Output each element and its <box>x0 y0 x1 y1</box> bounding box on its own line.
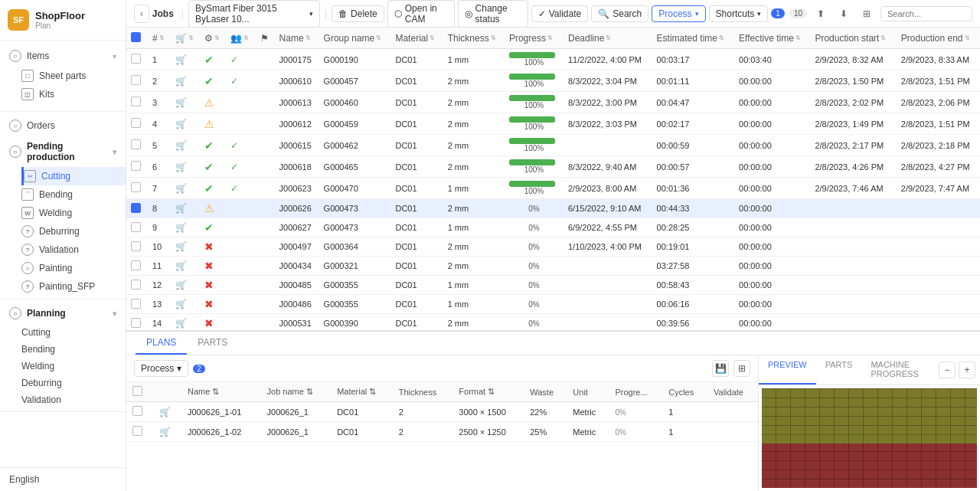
table-row[interactable]: 10 🛒 ✖ J000497 G000364 DC01 2 mm 0% 1/10… <box>126 237 980 257</box>
sidebar-item-painting[interactable]: ○ Painting <box>21 259 126 277</box>
row-checkbox[interactable] <box>131 161 141 171</box>
sidebar-item-painting-sfp[interactable]: ? Painting_SFP <box>21 277 126 296</box>
row-checkbox[interactable] <box>131 299 141 309</box>
shortcuts-button[interactable]: Shortcuts ▾ <box>709 5 769 22</box>
sidebar-item-welding2[interactable]: Welding <box>21 358 126 375</box>
zoom-in-btn[interactable]: + <box>959 362 975 378</box>
row-checkbox[interactable] <box>131 97 141 106</box>
bottom-table-row[interactable]: 🛒 J000626_1-01 J000626_1 DC01 2 3000 × 1… <box>126 402 758 422</box>
sidebar-item-deburring[interactable]: ? Deburring <box>21 222 126 241</box>
sidebar-item-bending2[interactable]: Bending <box>21 341 126 358</box>
delete-button[interactable]: 🗑 Delete <box>332 5 384 22</box>
upload-icon[interactable]: ⬆ <box>812 5 830 23</box>
search-input[interactable] <box>880 6 972 21</box>
open-cam-button[interactable]: ⬡ Open in CAM <box>387 0 455 28</box>
row-checkbox[interactable] <box>131 260 141 270</box>
bcell-checkbox[interactable] <box>126 422 153 442</box>
tab-parts[interactable]: PARTS <box>187 332 238 355</box>
table-row[interactable]: 13 🛒 ✖ J000486 G000355 DC01 1 mm 0% 00:0… <box>126 295 980 314</box>
th-checkbox[interactable] <box>126 28 148 49</box>
row-checkbox[interactable] <box>131 241 141 251</box>
cell-checkbox[interactable] <box>126 276 148 295</box>
cam-icon: ⬡ <box>394 8 402 19</box>
cell-checkbox[interactable] <box>126 295 148 314</box>
cell-checkbox[interactable] <box>126 199 148 218</box>
process-button[interactable]: Process ▾ <box>652 5 705 22</box>
sidebar-item-items[interactable]: ○ Items ▾ <box>0 45 126 67</box>
bottom-row-checkbox[interactable] <box>132 426 142 436</box>
bottom-row-checkbox[interactable] <box>132 406 142 416</box>
table-row[interactable]: 1 🛒 ✔ ✓ J000175 G000190 DC01 1 mm 100% 1… <box>126 49 980 70</box>
sidebar-item-bending[interactable]: ⌒ Bending <box>21 185 126 204</box>
table-row[interactable]: 5 🛒 ✔ ✓ J000615 G000462 DC01 2 mm 100% 0… <box>126 135 980 156</box>
cell-checkbox[interactable] <box>126 70 148 92</box>
cell-checkbox[interactable] <box>126 135 148 156</box>
row-checkbox[interactable] <box>131 54 141 64</box>
row-checkbox[interactable] <box>131 203 141 213</box>
sidebar-item-welding[interactable]: W Welding <box>21 204 126 222</box>
table-row[interactable]: 14 🛒 ✖ J000531 G000390 DC01 2 mm 0% 00:3… <box>126 314 980 331</box>
header-checkbox[interactable] <box>131 32 141 42</box>
sidebar-item-orders[interactable]: ○ Orders <box>0 115 126 136</box>
table-row[interactable]: 12 🛒 ✖ J000485 G000355 DC01 1 mm 0% 00:5… <box>126 276 980 295</box>
download-icon[interactable]: ⬇ <box>835 5 853 23</box>
search-button[interactable]: 🔍 Search <box>591 5 648 22</box>
table-row[interactable]: 8 🛒 ⚠ J000626 G000473 DC01 2 mm 0% 6/15/… <box>126 199 980 218</box>
bcell-checkbox[interactable] <box>126 402 153 422</box>
tab-parts-preview[interactable]: PARTS <box>816 355 862 385</box>
row-checkbox[interactable] <box>131 75 141 85</box>
machine-selector[interactable]: BySmart Fiber 3015 ByLaser 10... ▾ <box>188 0 320 28</box>
grid-view-btn[interactable]: ⊞ <box>733 360 750 377</box>
tab-machine-progress[interactable]: MACHINE PROGRESS <box>861 355 934 385</box>
sidebar-item-cutting[interactable]: ✂ Cutting <box>21 167 126 185</box>
jobs-table-container[interactable]: # ⇅ 🛒 ⇅ ⚙ ⇅ 👥 ⇅ ⚑ Name ⇅ Group name ⇅ Ma… <box>126 28 980 330</box>
change-status-button[interactable]: ◎ Change status <box>458 0 528 28</box>
sidebar-item-validation[interactable]: ? Validation <box>21 241 126 259</box>
cell-checkbox[interactable] <box>126 156 148 178</box>
sidebar-item-cutting2[interactable]: Cutting <box>21 324 126 341</box>
sidebar-item-kits[interactable]: ◫ Kits <box>21 85 126 103</box>
row-checkbox[interactable] <box>131 318 141 328</box>
validate-button[interactable]: ✓ Validate <box>531 5 588 22</box>
table-row[interactable]: 9 🛒 ✔ J000627 G000473 DC01 1 mm 0% 6/9/2… <box>126 218 980 237</box>
cell-checkbox[interactable] <box>126 92 148 113</box>
tab-preview[interactable]: PREVIEW <box>759 355 816 385</box>
table-row[interactable]: 2 🛒 ✔ ✓ J000610 G000457 DC01 2 mm 100% 8… <box>126 70 980 92</box>
cell-checkbox[interactable] <box>126 314 148 331</box>
sidebar-item-planning[interactable]: ○ Planning ▾ <box>0 303 126 324</box>
cell-checkbox[interactable] <box>126 237 148 257</box>
row-checkbox[interactable] <box>131 139 141 149</box>
back-button[interactable]: ‹ <box>134 5 149 23</box>
cell-checkbox[interactable] <box>126 49 148 70</box>
bottom-table-row[interactable]: 🛒 J000626_1-02 J000626_1 DC01 2 2500 × 1… <box>126 422 758 442</box>
cell-eff-time: 00:00:00 <box>734 70 810 92</box>
sidebar-item-pending-production[interactable]: ○ Pending production ▾ <box>0 136 126 167</box>
table-row[interactable]: 7 🛒 ✔ ✓ J000623 G000470 DC01 1 mm 100% 2… <box>126 178 980 199</box>
tab-plans[interactable]: PLANS <box>136 332 187 355</box>
zoom-out-btn[interactable]: − <box>939 362 956 378</box>
cell-checkbox[interactable] <box>126 218 148 237</box>
cell-thickness: 2 mm <box>443 314 505 331</box>
row-checkbox[interactable] <box>131 280 141 290</box>
sidebar-pending-sub: ✂ Cutting ⌒ Bending W Welding ? Deburrin… <box>0 167 126 296</box>
sidebar-item-language[interactable]: English <box>0 467 126 491</box>
row-checkbox[interactable] <box>131 118 141 128</box>
bottom-header-checkbox[interactable] <box>132 386 142 396</box>
table-row[interactable]: 4 🛒 ⚠ J000612 G000459 DC01 2 mm 100% 8/3… <box>126 113 980 135</box>
sidebar-item-validation2[interactable]: Validation <box>21 391 126 408</box>
row-checkbox[interactable] <box>131 222 141 232</box>
sidebar-item-sheet-parts[interactable]: □ Sheet parts <box>21 67 126 85</box>
cell-checkbox[interactable] <box>126 113 148 135</box>
table-row[interactable]: 3 🛒 ⚠ J000613 G000460 DC01 2 mm 100% 8/3… <box>126 92 980 113</box>
table-row[interactable]: 11 🛒 ✖ J000434 G000321 DC01 2 mm 0% 03:2… <box>126 257 980 276</box>
cell-checkbox[interactable] <box>126 178 148 199</box>
save-icon-btn[interactable]: 💾 <box>712 360 729 377</box>
cell-status: ✔ <box>200 178 226 199</box>
table-row[interactable]: 6 🛒 ✔ ✓ J000618 G000465 DC01 2 mm 100% 8… <box>126 156 980 178</box>
grid-icon[interactable]: ⊞ <box>858 5 876 23</box>
process-plan-button[interactable]: Process ▾ <box>134 360 188 377</box>
cell-checkbox[interactable] <box>126 257 148 276</box>
sidebar-item-deburring2[interactable]: Deburring <box>21 375 126 391</box>
row-checkbox[interactable] <box>131 182 141 192</box>
bth-cb[interactable] <box>126 382 153 402</box>
